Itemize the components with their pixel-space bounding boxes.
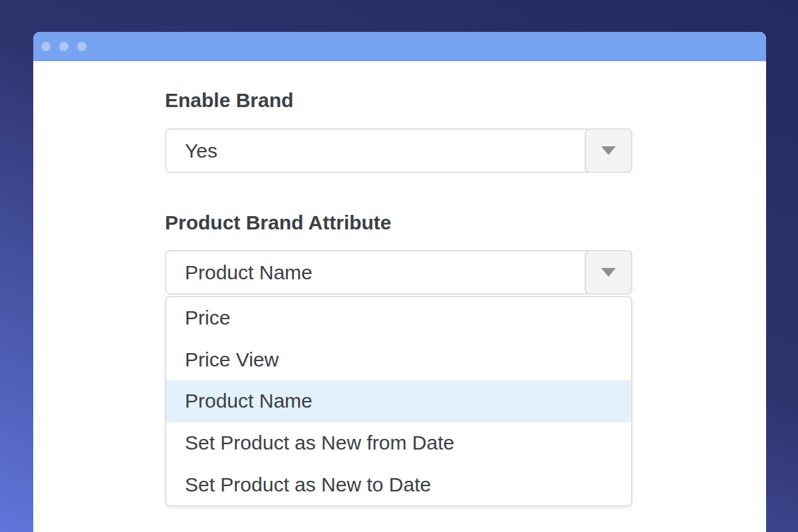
dropdown-option[interactable]: Set Product as New from Date	[166, 422, 631, 464]
dropdown-option[interactable]: Set Product as New to Date	[166, 464, 631, 505]
dropdown-option[interactable]: Price	[166, 297, 631, 339]
enable-brand-dropdown-button[interactable]	[585, 128, 632, 173]
field-group-enable-brand: Enable Brand Yes	[165, 89, 766, 173]
product-brand-attribute-label: Product Brand Attribute	[165, 211, 766, 233]
window-control-dot	[59, 42, 68, 51]
form-content: Enable Brand Yes Product Brand Attribute…	[33, 61, 766, 507]
field-group-product-brand-attribute: Product Brand Attribute Product Name Pri…	[165, 211, 766, 507]
product-brand-attribute-select[interactable]: Product Name	[165, 250, 632, 295]
enable-brand-select[interactable]: Yes	[165, 128, 632, 173]
enable-brand-label: Enable Brand	[165, 89, 766, 111]
window-control-dot	[41, 42, 51, 51]
product-brand-attribute-selected-value: Product Name	[185, 261, 631, 284]
enable-brand-selected-value: Yes	[185, 140, 631, 162]
product-brand-attribute-dropdown-button[interactable]	[585, 250, 632, 295]
window-control-dot	[77, 42, 86, 51]
browser-window: Enable Brand Yes Product Brand Attribute…	[33, 32, 766, 532]
dropdown-option[interactable]: Price View	[166, 339, 631, 381]
dropdown-option[interactable]: Product Name	[166, 380, 631, 422]
chevron-down-icon	[601, 146, 616, 155]
dropdown-options-list: Price Price View Product Name Set Produc…	[165, 296, 632, 507]
chevron-down-icon	[601, 268, 616, 277]
window-titlebar	[33, 32, 766, 61]
